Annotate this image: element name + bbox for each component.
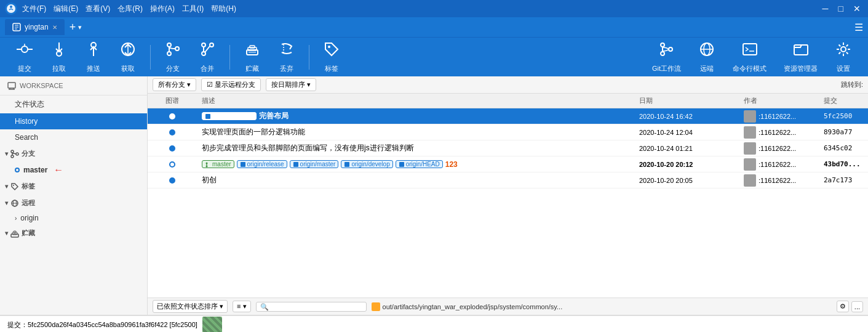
origin-icon (205, 113, 211, 119)
menu-edit[interactable]: 编辑(E) (54, 4, 78, 14)
commit-row[interactable]: master origin/release origin/master orig… (148, 156, 868, 172)
terminal-button[interactable]: 命令行模式 (727, 39, 773, 76)
branches-section-header[interactable]: ▾ 分支 (0, 145, 147, 162)
discard-button[interactable]: 丢弃 (272, 39, 301, 76)
tags-section-header[interactable]: ▾ 标签 (0, 178, 147, 195)
menu-view[interactable]: 查看(V) (86, 4, 110, 14)
app-logo (5, 2, 17, 15)
show-remote-checkbox[interactable]: ☑ 显示远程分支 (201, 78, 261, 91)
new-tab-button[interactable]: + (70, 21, 76, 34)
nav-history[interactable]: History (0, 113, 147, 129)
tag-label: 标签 (325, 64, 338, 73)
sort-by-button[interactable]: 按日期排序 ▾ (266, 78, 316, 91)
branch-filter-button[interactable]: 所有分支 ▾ (153, 78, 196, 91)
commit-row[interactable]: 初步完成管理员和头部脚部的页面编写，没有使用js进行逻辑判断 2020-10-2… (148, 140, 868, 156)
header-graph: 图谱 (148, 96, 197, 105)
toolbar: 提交 拉取 推送 (0, 37, 868, 76)
tag-icon (324, 41, 340, 62)
branch-button[interactable]: 分支 (158, 39, 188, 76)
commit-row[interactable]: 初创 2020-10-20 20:05 :11612622... 2a7c173 (148, 172, 868, 188)
push-button[interactable]: 推送 (79, 39, 108, 76)
maximize-button[interactable]: □ (836, 4, 846, 14)
remote-label: 远端 (700, 64, 714, 73)
nav-search[interactable]: Search (0, 129, 147, 145)
remote-button[interactable]: 远端 (692, 39, 722, 76)
window-controls: ─ □ ✕ (820, 4, 863, 14)
push-label: 推送 (87, 64, 100, 73)
author-cell-0: :11612622... (739, 110, 819, 123)
svg-point-31 (661, 52, 664, 55)
fetch-icon (120, 41, 136, 62)
path-more-button[interactable]: ... (851, 301, 863, 312)
pull-button[interactable]: 拉取 (44, 39, 74, 76)
menu-file[interactable]: 文件(F) (22, 4, 46, 14)
menu-tools[interactable]: 工具(I) (182, 4, 204, 14)
tab-dropdown-button[interactable]: ▾ (78, 23, 82, 31)
stash-label: 贮藏 (22, 229, 35, 238)
commit-hash-0: 5fc2500 (819, 112, 868, 120)
author-avatar-3 (744, 158, 756, 171)
remote-section-header[interactable]: ▾ 远程 (0, 195, 147, 211)
hamburger-menu-button[interactable]: ☰ (854, 22, 863, 33)
toolbar-right: Git工作流 远端 命令行模式 (646, 39, 858, 76)
date-cell-3: 2020-10-20 20:12 (634, 161, 739, 168)
path-settings-button[interactable]: ⚙ (837, 301, 849, 312)
graph-cell-2 (148, 145, 197, 152)
workspace-icon (7, 81, 16, 90)
stash-label: 贮藏 (245, 64, 259, 73)
branch-master[interactable]: master ← (0, 162, 147, 178)
remote-origin[interactable]: › origin (0, 211, 147, 225)
commit-hash-4: 2a7c173 (819, 176, 868, 184)
menu-repo[interactable]: 仓库(R) (117, 4, 143, 14)
desc-cell-3: master origin/release origin/master orig… (197, 159, 634, 170)
merge-button[interactable]: 合并 (193, 39, 222, 76)
discard-label: 丢弃 (280, 64, 293, 73)
stash-section-header[interactable]: ▾ 贮藏 (0, 225, 147, 241)
search-input[interactable] (256, 302, 367, 312)
explorer-button[interactable]: 资源管理器 (778, 39, 824, 76)
graph-cell-1 (148, 129, 197, 136)
pull-label: 拉取 (52, 64, 66, 73)
workspace-header: WORKSPACE (0, 76, 147, 95)
svg-point-1 (10, 6, 12, 8)
menu-help[interactable]: 帮助(H) (211, 4, 236, 14)
tags-label: 标签 (22, 182, 35, 191)
gitflow-button[interactable]: Git工作流 (646, 39, 687, 76)
nav-file-status[interactable]: 文件状态 (0, 95, 147, 113)
push-icon (86, 41, 102, 62)
menu-bar: 文件(F) 编辑(E) 查看(V) 仓库(R) 操作(A) 工具(I) 帮助(H… (22, 4, 815, 14)
svg-rect-56 (205, 114, 210, 119)
tag-number: 123 (445, 160, 458, 169)
graph-dot-3 (169, 161, 175, 168)
list-view-button[interactable]: ≡ ▾ (233, 301, 250, 312)
commit-button[interactable]: 提交 (10, 39, 39, 76)
minimize-button[interactable]: ─ (820, 4, 831, 14)
file-sort-button[interactable]: 已依照文件状态排序 ▾ (153, 300, 228, 313)
tags-collapse-icon: ▾ (5, 183, 8, 190)
menu-action[interactable]: 操作(A) (150, 4, 175, 14)
commit-hash-3: 43bd70... (819, 160, 868, 168)
branch-icon (165, 41, 181, 62)
close-button[interactable]: ✕ (851, 4, 863, 14)
commit-row[interactable]: origin/...feature 完善布局 2020-10-24 16:42 … (148, 108, 868, 124)
settings-button[interactable]: 设置 (829, 39, 858, 76)
repo-icon (12, 23, 21, 31)
remote-label: 远程 (22, 198, 35, 208)
svg-point-17 (167, 52, 171, 55)
commit-hash-2: 6345c02 (819, 144, 868, 152)
fetch-button[interactable]: 获取 (113, 39, 143, 76)
author-avatar-0 (744, 110, 756, 123)
branch-label: 分支 (166, 64, 180, 73)
tag-origin-develop: origin/develop (341, 160, 392, 168)
stash-button[interactable]: 贮藏 (237, 39, 267, 76)
tab-close-icon[interactable]: ✕ (52, 24, 57, 31)
tab-yingtan[interactable]: yingtan ✕ (5, 19, 65, 35)
author-avatar-2 (744, 142, 756, 155)
explorer-label: 资源管理器 (784, 64, 818, 73)
tag-button[interactable]: 标签 (317, 39, 346, 76)
commit-icon (17, 41, 33, 62)
tag-origin-feature: origin/...feature (202, 112, 257, 120)
commit-row[interactable]: 实现管理页面的一部分逻辑功能 2020-10-24 12:04 :1161262… (148, 124, 868, 140)
terminal-icon (742, 41, 758, 62)
workspace-label: WORKSPACE (20, 82, 63, 89)
